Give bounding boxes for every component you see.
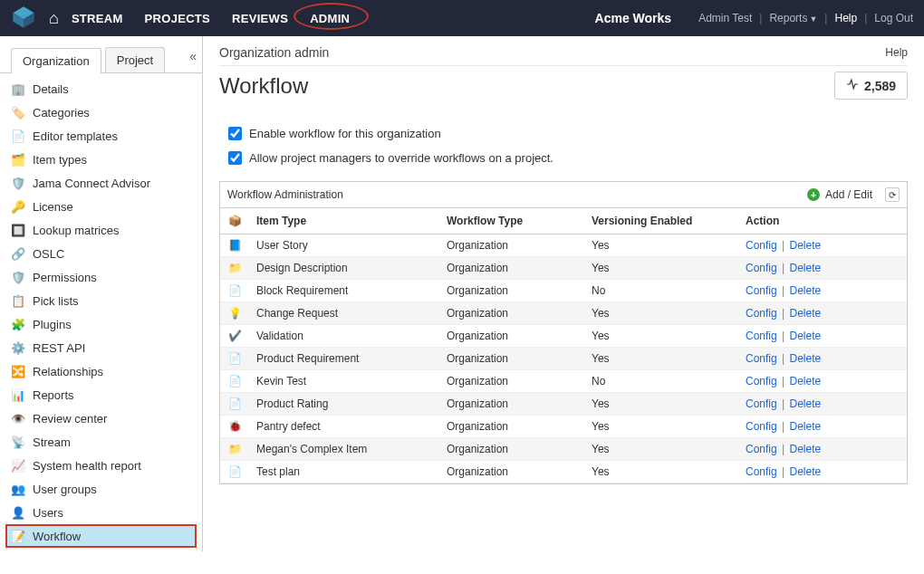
- sidebar-item-item-types[interactable]: 🗂️Item types: [5, 148, 197, 171]
- delete-link[interactable]: Delete: [789, 375, 821, 387]
- editor-templates-icon: 📄: [11, 129, 25, 143]
- nav-projects[interactable]: PROJECTS: [145, 12, 210, 25]
- delete-link[interactable]: Delete: [789, 465, 821, 478]
- sidebar-item-permissions[interactable]: 🛡️Permissions: [5, 265, 197, 289]
- delete-link[interactable]: Delete: [789, 307, 821, 320]
- cell-item-type: Kevin Test: [249, 370, 439, 393]
- sidebar-item-label: Jama Connect Advisor: [33, 177, 150, 190]
- count-box[interactable]: 2,589: [834, 72, 908, 100]
- sidebar-item-rest-api[interactable]: ⚙️REST API: [5, 336, 197, 359]
- license-icon: 🔑: [11, 199, 25, 214]
- item-type-icon: 📄: [227, 351, 242, 366]
- config-link[interactable]: Config: [746, 284, 777, 297]
- delete-link[interactable]: Delete: [789, 330, 821, 342]
- tab-project[interactable]: Project: [105, 47, 165, 72]
- delete-link[interactable]: Delete: [789, 420, 821, 433]
- col-item-type[interactable]: Item Type: [249, 208, 439, 234]
- checkbox-override[interactable]: [228, 151, 242, 165]
- home-icon[interactable]: ⌂: [49, 9, 59, 28]
- cell-action: Config | Delete: [738, 393, 907, 416]
- config-link[interactable]: Config: [746, 375, 777, 387]
- checkbox-enable-row[interactable]: Enable workflow for this organization: [219, 127, 908, 140]
- config-link[interactable]: Config: [746, 443, 777, 455]
- item-type-icon: 📄: [227, 283, 242, 298]
- config-link[interactable]: Config: [746, 465, 777, 478]
- sidebar-item-system-health-report[interactable]: 📈System health report: [5, 454, 197, 477]
- panel-help-link[interactable]: Help: [885, 46, 908, 59]
- logo-icon: [11, 5, 36, 33]
- config-link[interactable]: Config: [746, 262, 777, 274]
- cell-action: Config | Delete: [738, 348, 907, 370]
- sidebar-item-workflow[interactable]: 📝Workflow: [5, 524, 197, 548]
- col-action[interactable]: Action: [738, 208, 907, 234]
- system-health-report-icon: 📈: [11, 458, 25, 473]
- sidebar-item-users[interactable]: 👤Users: [5, 501, 197, 524]
- sidebar-item-label: Categories: [33, 106, 90, 120]
- review-center-icon: 👁️: [11, 411, 25, 426]
- sidebar-tabs: Organization Project: [0, 47, 202, 73]
- help-link[interactable]: Help: [834, 12, 857, 24]
- config-link[interactable]: Config: [746, 420, 777, 433]
- sidebar-item-reports[interactable]: 📊Reports: [5, 383, 197, 407]
- activity-icon: [846, 78, 859, 93]
- sidebar-item-editor-templates[interactable]: 📄Editor templates: [5, 124, 197, 148]
- cell-item-type: User Story: [249, 234, 439, 257]
- cell-versioning: Yes: [584, 325, 738, 348]
- sidebar-item-review-center[interactable]: 👁️Review center: [5, 407, 197, 430]
- cell-item-type: Block Requirement: [249, 280, 439, 302]
- sidebar-item-label: Review center: [33, 412, 107, 426]
- cell-action: Config | Delete: [738, 461, 907, 483]
- nav-reviews[interactable]: REVIEWS: [232, 12, 288, 25]
- nav-admin[interactable]: ADMIN: [310, 12, 350, 25]
- cell-versioning: Yes: [584, 234, 738, 257]
- cell-versioning: No: [584, 280, 738, 302]
- sidebar-item-label: Stream: [33, 435, 71, 449]
- details-icon: 🏢: [11, 81, 25, 96]
- plus-icon[interactable]: +: [807, 188, 820, 201]
- cell-action: Config | Delete: [738, 370, 907, 393]
- item-type-icon: 💡: [227, 306, 242, 320]
- nav-stream[interactable]: STREAM: [72, 12, 123, 25]
- delete-link[interactable]: Delete: [789, 443, 821, 455]
- config-link[interactable]: Config: [746, 307, 777, 320]
- sidebar-item-jama-connect-advisor[interactable]: 🛡️Jama Connect Advisor: [5, 171, 197, 195]
- refresh-icon[interactable]: ⟳: [885, 187, 900, 202]
- sidebar-item-details[interactable]: 🏢Details: [5, 77, 197, 100]
- relationships-icon: 🔀: [11, 364, 25, 378]
- checkbox-enable[interactable]: [228, 127, 242, 140]
- cell-workflow-type: Organization: [439, 302, 584, 325]
- sidebar-item-user-groups[interactable]: 👥User groups: [5, 477, 197, 501]
- sidebar-item-plugins[interactable]: 🧩Plugins: [5, 312, 197, 336]
- tab-organization[interactable]: Organization: [11, 48, 101, 73]
- sidebar-item-relationships[interactable]: 🔀Relationships: [5, 359, 197, 383]
- delete-link[interactable]: Delete: [789, 352, 821, 365]
- user-link[interactable]: Admin Test: [698, 12, 752, 24]
- delete-link[interactable]: Delete: [789, 239, 821, 252]
- config-link[interactable]: Config: [746, 397, 777, 410]
- sidebar-item-license[interactable]: 🔑License: [5, 195, 197, 218]
- delete-link[interactable]: Delete: [789, 397, 821, 410]
- sidebar-item-stream[interactable]: 📡Stream: [5, 430, 197, 454]
- config-link[interactable]: Config: [746, 352, 777, 365]
- sidebar-item-lookup-matrices[interactable]: 🔲Lookup matrices: [5, 218, 197, 242]
- cell-workflow-type: Organization: [439, 416, 584, 438]
- delete-link[interactable]: Delete: [789, 262, 821, 274]
- collapse-sidebar-icon[interactable]: «: [189, 49, 197, 63]
- sidebar-item-pick-lists[interactable]: 📋Pick lists: [5, 289, 197, 312]
- config-link[interactable]: Config: [746, 239, 777, 252]
- item-type-icon: 📁: [227, 442, 242, 456]
- table-row: 📄Test planOrganizationYesConfig | Delete: [220, 461, 907, 483]
- col-versioning[interactable]: Versioning Enabled: [584, 208, 738, 234]
- add-edit-link[interactable]: Add / Edit: [825, 188, 872, 201]
- cell-workflow-type: Organization: [439, 257, 584, 280]
- config-link[interactable]: Config: [746, 330, 777, 342]
- checkbox-override-row[interactable]: Allow project managers to override workf…: [219, 151, 908, 165]
- add-edit-group: + Add / Edit ⟳: [807, 187, 900, 202]
- col-workflow-type[interactable]: Workflow Type: [439, 208, 584, 234]
- sidebar-item-categories[interactable]: 🏷️Categories: [5, 100, 197, 124]
- item-type-icon: 📘: [227, 238, 242, 253]
- logout-link[interactable]: Log Out: [874, 12, 913, 24]
- sidebar-item-oslc[interactable]: 🔗OSLC: [5, 242, 197, 265]
- reports-link[interactable]: Reports▼: [769, 12, 817, 24]
- delete-link[interactable]: Delete: [789, 284, 821, 297]
